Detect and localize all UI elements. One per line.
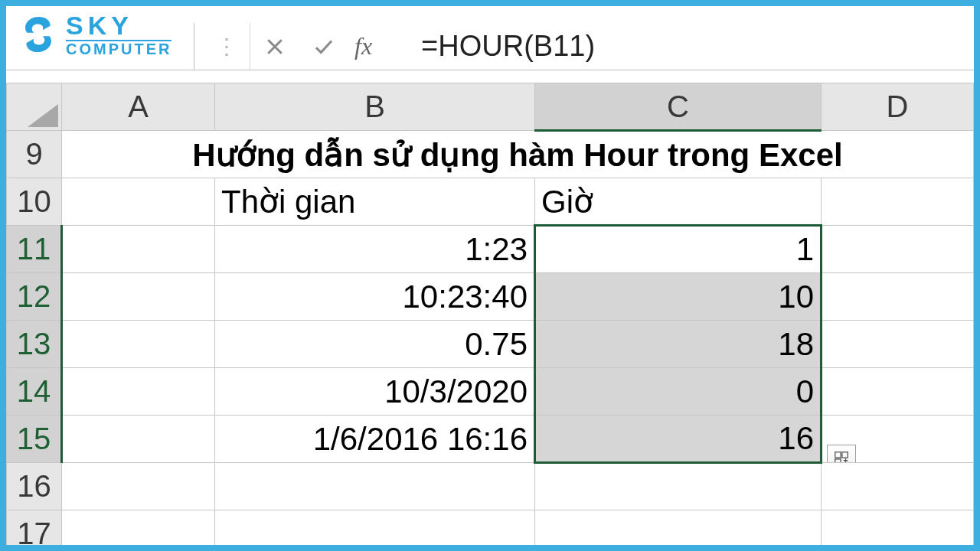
cell-A14[interactable] bbox=[62, 368, 215, 416]
svg-point-1 bbox=[44, 41, 50, 46]
row-header-9[interactable]: 9 bbox=[7, 131, 62, 178]
col-header-A[interactable]: A bbox=[62, 83, 215, 131]
select-all-corner[interactable] bbox=[7, 83, 62, 131]
row-header-10[interactable]: 10 bbox=[7, 178, 62, 226]
logo-text-1: SKY bbox=[66, 12, 172, 41]
cell-B12[interactable]: 10:23:40 bbox=[215, 273, 535, 321]
svg-rect-2 bbox=[835, 452, 841, 458]
col-header-B[interactable]: B bbox=[215, 83, 535, 131]
logo-mark-icon bbox=[17, 13, 60, 56]
logo-text-2: COMPUTER bbox=[66, 41, 172, 57]
cell-A16[interactable] bbox=[62, 463, 215, 510]
svg-point-0 bbox=[27, 23, 32, 28]
enter-formula-icon[interactable] bbox=[299, 23, 348, 70]
formula-input[interactable]: =HOUR(B11) bbox=[395, 30, 974, 63]
cell-B14[interactable]: 10/3/2020 bbox=[215, 368, 535, 416]
cell-A10[interactable] bbox=[62, 178, 215, 226]
cell-A11[interactable] bbox=[62, 226, 215, 273]
cell-B17[interactable] bbox=[215, 510, 535, 546]
autofill-options-button[interactable] bbox=[827, 445, 856, 463]
insert-function-button[interactable]: fx bbox=[348, 32, 386, 60]
row-header-14[interactable]: 14 bbox=[7, 368, 62, 416]
cell-B15[interactable]: 1/6/2016 16:16 bbox=[215, 416, 535, 463]
cell-A15[interactable] bbox=[62, 416, 215, 463]
cell-C12[interactable]: 10 bbox=[535, 273, 822, 321]
cell-D16[interactable] bbox=[822, 463, 974, 510]
svg-rect-3 bbox=[842, 452, 848, 458]
cell-B13[interactable]: 0.75 bbox=[215, 321, 535, 368]
cell-C11[interactable]: 1 bbox=[535, 226, 822, 273]
title-cell[interactable]: Hướng dẫn sử dụng hàm Hour trong Excel bbox=[62, 131, 974, 178]
cell-C15[interactable]: 16 bbox=[535, 416, 822, 463]
logo: SKY COMPUTER bbox=[17, 12, 172, 57]
row-header-16[interactable]: 16 bbox=[7, 463, 62, 510]
cell-B11[interactable]: 1:23 bbox=[215, 226, 535, 273]
cell-C10[interactable]: Giờ bbox=[535, 178, 822, 226]
spreadsheet-window: SKY COMPUTER ⋮ fx =HOUR(B11) bbox=[6, 6, 974, 545]
cell-D11[interactable] bbox=[822, 226, 974, 273]
cell-C13[interactable]: 18 bbox=[535, 321, 822, 368]
cell-A13[interactable] bbox=[62, 321, 215, 368]
select-all-triangle-icon bbox=[28, 104, 58, 127]
col-header-D[interactable]: D bbox=[822, 83, 974, 131]
col-header-C[interactable]: C bbox=[535, 83, 822, 131]
grid: A B C D 9 Hướng dẫn sử dụng hàm Hour tro… bbox=[6, 83, 974, 545]
cell-D13[interactable] bbox=[822, 321, 974, 368]
cancel-formula-icon[interactable] bbox=[250, 23, 299, 70]
cell-C16[interactable] bbox=[535, 463, 822, 510]
row-header-13[interactable]: 13 bbox=[7, 321, 62, 368]
row-header-11[interactable]: 11 bbox=[7, 226, 62, 273]
cell-A17[interactable] bbox=[62, 510, 215, 546]
cell-C14[interactable]: 0 bbox=[535, 368, 822, 416]
cell-A12[interactable] bbox=[62, 273, 215, 321]
cell-D17[interactable] bbox=[822, 510, 974, 546]
cell-D14[interactable] bbox=[822, 368, 974, 416]
row-header-15[interactable]: 15 bbox=[7, 416, 62, 463]
cell-B16[interactable] bbox=[215, 463, 535, 510]
cell-D12[interactable] bbox=[822, 273, 974, 321]
formula-bar-divider: ⋮ bbox=[204, 23, 250, 70]
svg-rect-4 bbox=[835, 459, 841, 463]
row-header-12[interactable]: 12 bbox=[7, 273, 62, 321]
cell-C17[interactable] bbox=[535, 510, 822, 546]
cell-D15[interactable] bbox=[822, 416, 974, 463]
cell-D10[interactable] bbox=[822, 178, 974, 226]
row-header-17[interactable]: 17 bbox=[7, 510, 62, 546]
cell-B10[interactable]: Thời gian bbox=[215, 178, 535, 226]
